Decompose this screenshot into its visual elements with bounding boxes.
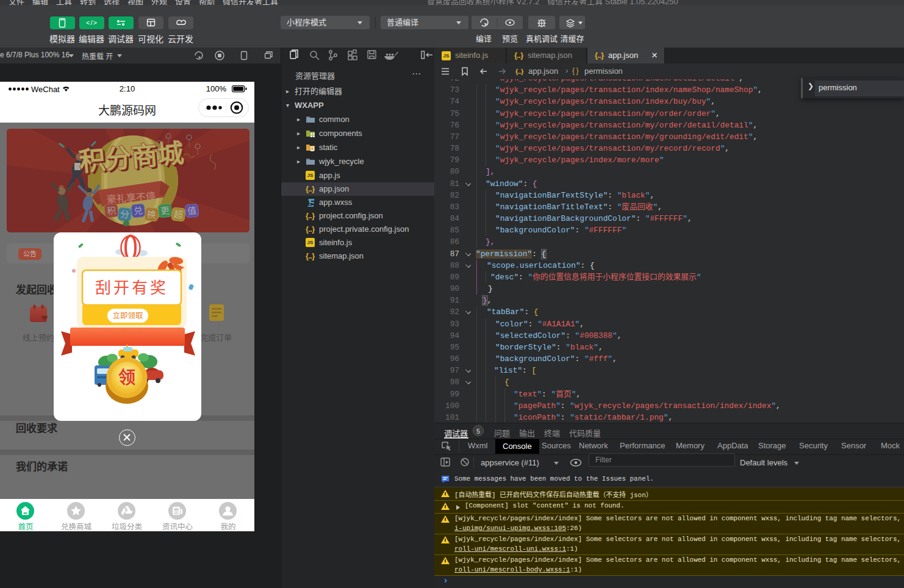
svg-text:积: 积 <box>106 205 117 216</box>
svg-text:换: 换 <box>146 209 156 220</box>
svg-text:超: 超 <box>173 209 183 220</box>
svg-text:值: 值 <box>187 205 196 216</box>
svg-text:刮开有奖: 刮开有奖 <box>95 279 168 297</box>
svg-text:分: 分 <box>120 209 129 220</box>
svg-text:领: 领 <box>118 368 135 387</box>
svg-text:立即领取: 立即领取 <box>112 311 143 320</box>
svg-text:更: 更 <box>160 205 170 216</box>
svg-text:兑: 兑 <box>133 205 143 216</box>
